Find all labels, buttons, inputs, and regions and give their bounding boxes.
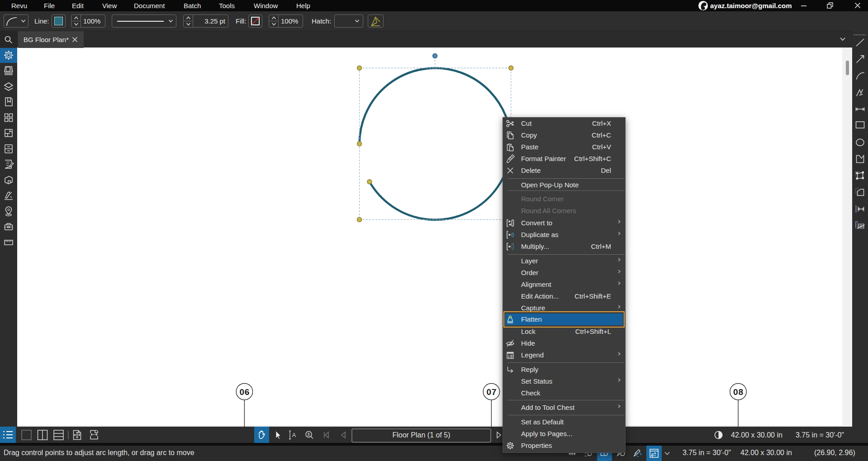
svg-text:A: A <box>292 432 296 438</box>
svg-text:06: 06 <box>239 387 249 397</box>
svg-text:07: 07 <box>486 387 496 397</box>
svg-text:08: 08 <box>733 387 743 397</box>
